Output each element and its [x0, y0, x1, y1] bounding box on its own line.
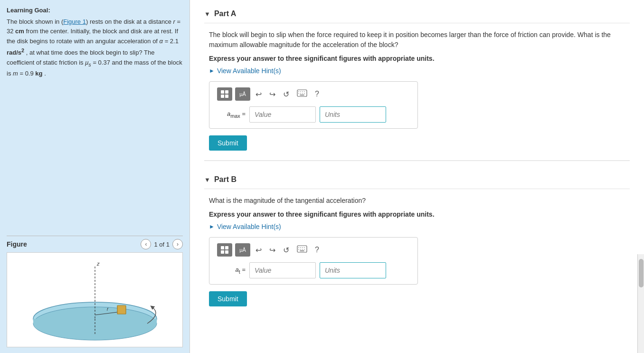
part-b-input-label: at = — [217, 266, 246, 275]
learning-goal-text: The block shown in (Figure 1) rests on t… — [7, 17, 183, 79]
part-a-units-input[interactable] — [320, 106, 386, 123]
part-b-mu-label: μÅ — [239, 247, 246, 253]
svg-rect-27 — [297, 246, 307, 252]
part-b-help-button[interactable]: ? — [313, 245, 322, 255]
part-b-redo-button[interactable]: ↪ — [267, 245, 278, 256]
part-b-title: Part B — [214, 175, 237, 184]
svg-rect-25 — [221, 250, 224, 254]
figure-link[interactable]: Figure 1 — [63, 18, 86, 25]
part-a-mu-button[interactable]: μÅ — [235, 87, 250, 101]
part-b-keyboard-button[interactable] — [294, 244, 310, 256]
figure-next-button[interactable]: › — [172, 239, 183, 249]
part-b-hint-arrow-icon: ► — [209, 223, 215, 230]
part-a-express: Express your answer to three significant… — [209, 55, 625, 62]
part-a-toolbar: μÅ ↩ ↪ ↺ — [217, 87, 410, 101]
part-b-answer-box: μÅ ↩ ↪ ↺ — [209, 237, 418, 285]
svg-rect-9 — [221, 90, 224, 94]
part-a-description: The block will begin to slip when the fo… — [209, 30, 625, 50]
learning-goal-box: Learning Goal: The block shown in (Figur… — [7, 6, 183, 79]
figure-label: Figure — [7, 240, 27, 248]
right-panel: ▼ Part A The block will begin to slip wh… — [190, 0, 644, 353]
part-b-body: What is the magnitude of the tangential … — [204, 196, 630, 306]
part-a-title: Part A — [214, 10, 237, 18]
figure-count: 1 of 1 — [154, 241, 170, 248]
svg-rect-12 — [225, 95, 228, 98]
part-b-mu-button[interactable]: μÅ — [235, 243, 250, 257]
part-b-hint-text: View Available Hint(s) — [217, 223, 281, 230]
part-b-refresh-button[interactable]: ↺ — [281, 245, 292, 256]
part-b-grid-button[interactable] — [217, 243, 232, 257]
part-a-grid-button[interactable] — [217, 87, 232, 101]
part-b-chevron[interactable]: ▼ — [204, 176, 210, 183]
part-b-units-input[interactable] — [320, 262, 386, 278]
part-a-section: ▼ Part A The block will begin to slip wh… — [204, 5, 630, 151]
svg-rect-11 — [221, 95, 224, 98]
disk-diagram: z r — [19, 257, 171, 343]
part-divider — [204, 160, 630, 161]
part-b-express: Express your answer to three significant… — [209, 210, 625, 218]
hint-arrow-icon: ► — [209, 67, 215, 74]
part-b-submit-button[interactable]: Submit — [209, 291, 247, 306]
figure-nav: ‹ 1 of 1 › — [141, 239, 183, 249]
part-a-keyboard-button[interactable] — [294, 88, 310, 100]
part-a-help-button[interactable]: ? — [313, 89, 322, 99]
part-a-header: ▼ Part A — [204, 5, 630, 23]
part-a-chevron[interactable]: ▼ — [204, 10, 210, 18]
part-b-keyboard-icon — [297, 245, 307, 253]
part-b-input-row: at = — [217, 262, 410, 278]
part-b-value-input[interactable] — [249, 262, 316, 278]
svg-rect-10 — [225, 90, 228, 94]
part-b-undo-button[interactable]: ↩ — [253, 245, 264, 256]
part-a-input-label: amax = — [217, 110, 246, 119]
figure-prev-button[interactable]: ‹ — [141, 239, 151, 249]
keyboard-icon — [297, 89, 307, 97]
svg-rect-13 — [297, 90, 307, 96]
part-a-submit-button[interactable]: Submit — [209, 135, 247, 151]
part-b-section: ▼ Part B What is the magnitude of the ta… — [204, 171, 630, 306]
mu-label: μÅ — [239, 91, 246, 97]
part-b-grid-icon — [220, 246, 229, 254]
svg-rect-24 — [225, 246, 228, 249]
figure-area: Figure ‹ 1 of 1 › z r — [7, 236, 183, 347]
part-b-header: ▼ Part B — [204, 171, 630, 189]
svg-rect-23 — [221, 246, 224, 249]
svg-text:z: z — [96, 261, 100, 267]
part-a-answer-box: μÅ ↩ ↪ ↺ — [209, 81, 418, 129]
part-b-toolbar: μÅ ↩ ↪ ↺ — [217, 243, 410, 257]
learning-goal-title: Learning Goal: — [7, 6, 183, 15]
grid-icon — [220, 90, 229, 98]
left-panel: Learning Goal: The block shown in (Figur… — [0, 0, 190, 353]
figure-canvas: z r — [7, 252, 183, 347]
svg-rect-26 — [225, 250, 228, 254]
part-a-refresh-button[interactable]: ↺ — [281, 89, 292, 100]
part-a-hint-link[interactable]: ► View Available Hint(s) — [209, 67, 625, 75]
part-a-undo-button[interactable]: ↩ — [253, 89, 264, 100]
part-a-redo-button[interactable]: ↪ — [267, 89, 278, 100]
part-b-description: What is the magnitude of the tangential … — [209, 196, 625, 206]
part-a-hint-text: View Available Hint(s) — [217, 67, 281, 75]
svg-rect-7 — [117, 305, 126, 314]
part-a-body: The block will begin to slip when the fo… — [204, 30, 630, 151]
part-a-input-row: amax = — [217, 106, 410, 123]
part-a-value-input[interactable] — [249, 106, 316, 123]
part-b-hint-link[interactable]: ► View Available Hint(s) — [209, 223, 625, 230]
figure-label-row: Figure ‹ 1 of 1 › — [7, 236, 183, 252]
